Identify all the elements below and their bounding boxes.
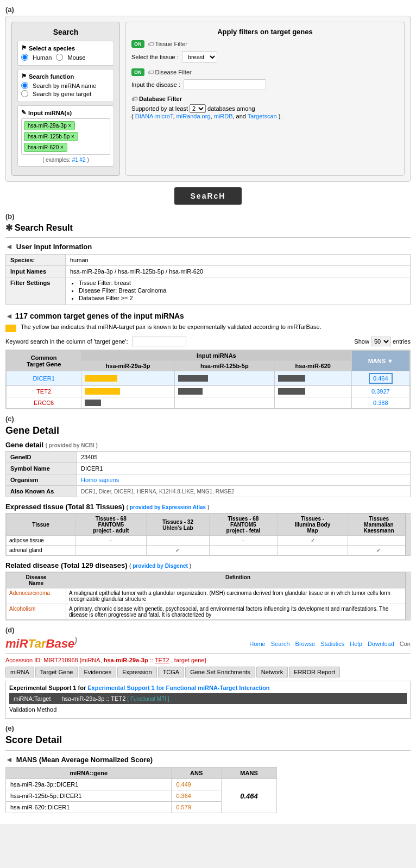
flag-icon: ⚑ [21,45,27,52]
mirna-tag-1[interactable]: hsa-miR-29a-3p × [24,121,75,130]
tissue-input-row: Select the tissue : breast [131,51,399,63]
gene-cell: DICER1 [7,371,81,386]
th-common-target: CommonTarget Gene [7,351,81,371]
bar-cell-5 [174,386,274,397]
disease-toggle[interactable]: ON [131,68,144,76]
bar-dark-3 [178,388,203,395]
nav-statistics[interactable]: Statistics [320,641,344,647]
list-item: Tissue Filter: breast [79,280,406,286]
nav-download[interactable]: Download [368,641,394,647]
bar-cell-2 [174,371,274,386]
species-radio-group[interactable]: Human Mouse [21,54,110,61]
bar-container [278,375,348,382]
tissue-col1: - [75,536,147,546]
db-count-select[interactable]: 2 [190,104,206,113]
score-link-ercc6[interactable]: 0.388 [373,400,388,406]
disease-input[interactable]: Breast Carcinoma [184,79,266,90]
triangle-icon-1: ◄ [5,242,13,251]
nav-help[interactable]: Help [350,641,362,647]
expression-atlas-link[interactable]: provided by Expression Atlas [130,504,206,510]
table-row: ERCC6 0.388 [7,397,410,409]
functional-mti-link[interactable]: Experimental Support 1 for Functional mi… [87,685,269,691]
th-mans-col: MANS [222,768,277,779]
tet2-acc-link[interactable]: TET2 [155,657,169,663]
disease-filter-row: ON 🏷 Disease Filter [131,68,399,76]
diana-link[interactable]: DIANA-microT [135,113,173,119]
disease-table-wrapper: DiseaseName Definition Adenocarcinoma A … [5,572,411,620]
disease-def-cell: A malignant epithelial tumor with a glan… [66,588,410,604]
human-radio[interactable] [21,54,28,61]
tab-evidences[interactable]: Evidences [79,667,116,677]
search-by-gene-radio[interactable] [21,90,28,97]
target-genes-section: ◄ 117 common target genes of the input m… [5,312,411,409]
tab-mirna[interactable]: miRNA [5,667,34,677]
table-row: Also Known As DCR1, Dicer, DICER1, HERNA… [6,486,411,497]
ans-link-3[interactable]: 0.579 [176,804,191,810]
mouse-label: Mouse [67,54,85,61]
example2-link[interactable]: #2 [80,157,86,163]
table-row: Organism Homo sapiens [6,474,411,486]
bar-cell-4 [81,386,175,397]
search-by-mirna-radio[interactable] [21,82,28,89]
tag-icon-db: 🏷 [131,96,137,102]
validation-label: Validation Method [9,704,407,715]
targetscan-link[interactable]: Targetscan [248,113,277,119]
disgenet-link[interactable]: provided by Disgenet [133,563,188,569]
tet2-link[interactable]: TET2 [36,388,51,395]
tab-gene-set[interactable]: Gene Set Enrichments [185,667,255,677]
adenocarcinoma-link[interactable]: Adenocarcinoma [9,590,50,596]
tab-network[interactable]: Network [256,667,288,677]
score-highlight: 0.464 [369,373,393,384]
search-panel-title: Search [17,28,114,36]
table-row: adrenal gland ✓ ✓ [7,546,410,555]
tab-tcga[interactable]: TCGA [158,667,185,677]
mirna-tag-3[interactable]: hsa-miR-620 × [24,143,67,152]
tab-expression[interactable]: Expression [117,667,156,677]
search-panel: Search ⚑ Select a species Human Mouse ⚑ [11,22,120,176]
score-link-dicer1[interactable]: 0.464 [373,375,388,382]
tissue-toggle[interactable]: ON [131,40,144,48]
tab-target-gene[interactable]: Target Gene [35,667,78,677]
tissue-table-wrapper: Tissue Tissues - 68FANTOM5project - adul… [5,513,411,556]
ans-link-2[interactable]: 0.364 [176,793,191,799]
search-gene-radio-group[interactable]: Search by gene target [21,90,110,97]
table-row: DICER1 [7,371,410,386]
experimental-box: Experimental Support 1 for Experimental … [5,681,411,719]
genes-table: CommonTarget Gene Input miRNAs MANS ▼ hs… [6,350,410,409]
mirna-tag-2[interactable]: hsa-miR-125b-5p × [24,132,78,141]
ercc6-link[interactable]: ERCC6 [34,400,54,406]
score-link-tet2[interactable]: 0.3927 [371,388,390,395]
search-func-radio-group[interactable]: Search by miRNA name [21,82,110,89]
ans-link-1[interactable]: 0.449 [176,781,191,788]
tab-error-report[interactable]: ERROR Report [289,667,340,677]
th-mans[interactable]: MANS ▼ [351,351,409,371]
tissue-select[interactable]: breast [182,51,217,63]
tissue-col4 [278,546,348,555]
mirdb-link[interactable]: miRDB [214,113,233,119]
bar-cell-9 [274,397,351,409]
organism-value: Homo sapiens [77,474,411,486]
bar-dark-4 [278,388,305,395]
nav-home[interactable]: Home [249,641,265,647]
tissue-col4: ✓ [278,536,348,546]
search-button[interactable]: SeaRcH [174,187,242,205]
example1-link[interactable]: #1 [72,157,78,163]
homo-sapiens-link[interactable]: Homo sapiens [81,477,119,483]
keyword-input[interactable] [132,337,186,346]
species-value-cell: human [66,255,411,266]
miranda-link[interactable]: miRanda.org [177,113,211,119]
ans-cell: 0.579 [172,802,222,813]
mans-title: ◄ MANS (Mean Average Normalized Score) [5,755,411,764]
pair-cell: hsa-miR-29a-3p::DICER1 [6,779,172,790]
show-entries-select[interactable]: 50 [371,337,391,346]
pair-cell: hsa-miR-125b-5p::DICER1 [6,790,172,802]
alcoholism-link[interactable]: Alcoholism [9,606,35,612]
input-mirna-section: ✎ Input miRNA(s) hsa-miR-29a-3p × hsa-mi… [17,105,114,167]
tissue-name-cell: adrenal gland [7,546,75,555]
nav-browse[interactable]: Browse [295,641,316,647]
nav-search[interactable]: Search [271,641,290,647]
mouse-radio[interactable] [56,54,63,61]
dicer1-link[interactable]: DICER1 [33,375,54,382]
tissue-filter-row: ON 🏷 Tissue Filter [131,40,399,48]
disease-input-row: Input the disease : Breast Carcinoma [131,79,399,90]
